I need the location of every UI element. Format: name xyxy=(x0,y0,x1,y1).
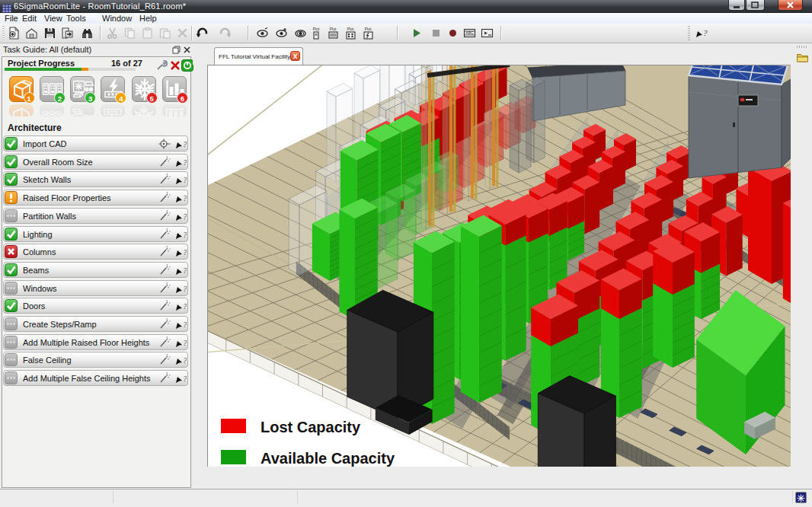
svg-text:Available Capacity: Available Capacity xyxy=(261,450,395,467)
svg-text:?: ? xyxy=(183,193,187,202)
svg-text:Plot: Plot xyxy=(365,27,372,31)
svg-text:Lost Capacity: Lost Capacity xyxy=(261,419,361,435)
svg-text:?: ? xyxy=(183,230,187,239)
svg-text:?: ? xyxy=(183,266,187,275)
svg-text:Plot: Plot xyxy=(313,27,320,31)
svg-text:?: ? xyxy=(183,320,187,329)
svg-text:?: ? xyxy=(703,28,708,37)
svg-text:?: ? xyxy=(183,139,187,148)
svg-text:?: ? xyxy=(183,356,187,365)
svg-text:?: ? xyxy=(183,301,187,311)
svg-text:Plot: Plot xyxy=(347,27,354,31)
svg-text:ABC: ABC xyxy=(465,30,474,35)
svg-text:?: ? xyxy=(183,284,187,293)
svg-text:?: ? xyxy=(183,247,187,257)
svg-text:?: ? xyxy=(183,212,187,221)
svg-text:Plot: Plot xyxy=(330,27,337,31)
svg-text:?: ? xyxy=(183,374,187,383)
svg-text:?: ? xyxy=(183,175,187,184)
svg-text:?: ? xyxy=(183,338,187,347)
svg-text:?: ? xyxy=(183,158,187,167)
